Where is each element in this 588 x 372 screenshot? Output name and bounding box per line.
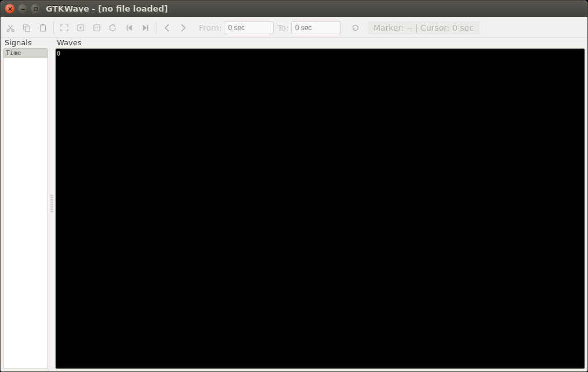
cut-button[interactable] (3, 20, 18, 35)
reload-button[interactable] (348, 20, 363, 35)
splitter-grip-icon (50, 195, 53, 212)
wave-origin-label: 0 (57, 50, 60, 57)
to-input[interactable] (291, 21, 341, 34)
svg-point-2 (12, 29, 14, 31)
svg-rect-4 (26, 26, 30, 32)
titlebar: GTKWave - [no file loaded] (1, 1, 587, 17)
app-window: GTKWave - [no file loaded] (0, 0, 588, 372)
svg-rect-5 (41, 24, 46, 31)
prev-edge-button[interactable] (159, 20, 175, 35)
cursor-value: 0 sec (452, 23, 474, 32)
content-area: Signals Time Waves 0 (1, 38, 587, 371)
reload-icon (350, 23, 361, 33)
marker-label: Marker: (373, 23, 404, 32)
to-label: To: (277, 23, 288, 32)
zoom-undo-button[interactable] (106, 20, 121, 35)
signal-row-time[interactable]: Time (3, 49, 48, 58)
svg-point-1 (7, 29, 9, 31)
paste-icon (38, 23, 48, 33)
signals-pane: Signals Time (3, 38, 48, 369)
zoom-fit-button[interactable] (57, 20, 72, 35)
status-divider: | (415, 23, 420, 32)
cursor-label: Cursor: (420, 23, 450, 32)
zoom-fit-icon (59, 23, 70, 33)
toolbar-separator (53, 21, 54, 34)
undo-icon (108, 23, 118, 33)
waves-pane: Waves 0 (55, 38, 585, 369)
minimize-icon (20, 6, 26, 12)
zoom-out-button[interactable] (89, 20, 104, 35)
from-input[interactable] (224, 21, 274, 34)
next-edge-button[interactable] (176, 20, 191, 35)
window-maximize-button[interactable] (31, 4, 40, 13)
window-close-button[interactable] (5, 4, 14, 13)
go-end-icon (140, 23, 151, 33)
toolbar-separator (156, 21, 157, 34)
status-box: Marker: -- | Cursor: 0 sec (368, 21, 480, 34)
svg-rect-6 (42, 24, 45, 25)
zoom-out-icon (92, 23, 102, 33)
go-start-icon (124, 23, 135, 33)
wave-viewport[interactable]: 0 (55, 48, 585, 369)
signals-list[interactable]: Time (3, 48, 48, 369)
copy-icon (21, 23, 32, 33)
toolbar: From: To: Marker: -- | Cursor: 0 sec (1, 17, 587, 38)
go-end-button[interactable] (138, 20, 153, 35)
chevron-left-icon (162, 23, 172, 33)
copy-button[interactable] (19, 20, 34, 35)
scissors-icon (5, 23, 16, 33)
chevron-right-icon (178, 23, 188, 33)
window-minimize-button[interactable] (18, 4, 27, 13)
pane-splitter[interactable] (50, 38, 53, 369)
svg-rect-0 (34, 8, 37, 10)
zoom-in-icon (75, 23, 86, 33)
marker-value: -- (406, 23, 412, 32)
go-start-button[interactable] (122, 20, 137, 35)
paste-button[interactable] (35, 20, 50, 35)
window-title: GTKWave - [no file loaded] (46, 4, 168, 13)
zoom-in-button[interactable] (73, 20, 88, 35)
maximize-icon (33, 6, 38, 12)
from-label: From: (199, 23, 222, 32)
waves-header: Waves (55, 38, 585, 48)
signals-header: Signals (3, 38, 48, 48)
close-icon (8, 6, 13, 12)
